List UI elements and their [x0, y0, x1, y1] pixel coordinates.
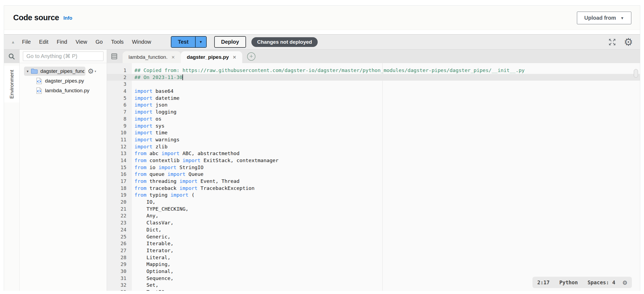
code-text: IO, — [132, 199, 155, 206]
code-line-5[interactable]: 5import datetime — [107, 95, 640, 102]
chevron-down-icon: ▼ — [620, 16, 624, 20]
close-icon[interactable]: ✕ — [171, 55, 175, 60]
tab-label: dagster_pipes.py — [187, 54, 229, 60]
code-text: Literal, — [132, 254, 171, 261]
deploy-button[interactable]: Deploy — [214, 36, 246, 48]
code-line-10[interactable]: 10import time — [107, 129, 640, 136]
menu-window[interactable]: Window — [132, 39, 151, 45]
editor-column: lambda_function. ✕ dagster_pipes.py ✕ + … — [107, 50, 640, 291]
collapse-panel-icon[interactable]: ▲ — [11, 40, 15, 44]
goto-anything-input[interactable] — [23, 52, 103, 61]
close-icon[interactable]: ✕ — [233, 55, 236, 60]
test-button[interactable]: Test — [171, 37, 195, 47]
editor-status-bar: 2:17 Python Spaces: 4 ⚙ — [532, 277, 632, 288]
code-line-22[interactable]: 22 Any, — [107, 212, 640, 219]
code-line-21[interactable]: 21 TYPE_CHECKING, — [107, 206, 640, 213]
settings-gear-icon[interactable]: ⚙ — [624, 37, 633, 47]
code-text: import datetime — [132, 95, 179, 102]
folder-expand-icon[interactable]: ▾ — [27, 69, 29, 73]
code-text: import zlib — [132, 143, 168, 150]
code-line-15[interactable]: 15from io import StringIO — [107, 164, 640, 171]
code-line-2[interactable]: 2## On 2023-11-30 — [107, 74, 640, 81]
editor-settings-gear-icon[interactable]: ⚙ — [623, 279, 627, 286]
line-number: 33 — [107, 289, 132, 291]
code-line-7[interactable]: 7import logging — [107, 108, 640, 115]
new-tab-button[interactable]: + — [247, 52, 255, 61]
tree-file-dagster-pipes[interactable]: dagster_pipes.py — [20, 76, 107, 86]
menu-tools[interactable]: Tools — [111, 39, 124, 45]
page-title: Code source — [13, 13, 59, 22]
code-line-1[interactable]: 1## Copied from: https://raw.githubuserc… — [107, 67, 640, 74]
code-text: TYPE_CHECKING, — [132, 206, 188, 213]
code-line-30[interactable]: 30 Optional, — [107, 268, 640, 275]
menu-view[interactable]: View — [75, 39, 87, 45]
file-tree: ▾ dagster_pipes_funct ⚙ ▾ — [20, 63, 107, 95]
line-number: 23 — [107, 219, 132, 226]
line-number: 15 — [107, 164, 132, 171]
line-number: 17 — [107, 178, 132, 185]
language-mode[interactable]: Python — [559, 279, 578, 285]
upload-from-button[interactable]: Upload from ▼ — [577, 12, 631, 24]
tree-file-lambda-function[interactable]: lambda_function.py — [20, 86, 107, 95]
code-text: from threading import Event, Thread — [132, 178, 240, 185]
code-text: Sequence, — [132, 275, 174, 282]
tree-settings-button[interactable]: ⚙ ▾ — [88, 68, 96, 75]
code-line-23[interactable]: 23 ClassVar, — [107, 219, 640, 226]
line-number: 9 — [107, 122, 132, 129]
code-line-18[interactable]: 18from traceback import TracebackExcepti… — [107, 185, 640, 192]
code-line-6[interactable]: 6import json — [107, 101, 640, 108]
code-line-3[interactable]: 3 — [107, 81, 640, 88]
line-number: 19 — [107, 192, 132, 199]
menu-find[interactable]: Find — [57, 39, 67, 45]
code-line-8[interactable]: 8import os — [107, 115, 640, 122]
code-line-20[interactable]: 20 IO, — [107, 199, 640, 206]
upload-from-label: Upload from — [584, 15, 616, 21]
environment-tab-label: Environment — [9, 70, 15, 99]
code-line-11[interactable]: 11import warnings — [107, 136, 640, 143]
menu-edit[interactable]: Edit — [39, 39, 48, 45]
tree-folder-row[interactable]: ▾ dagster_pipes_funct ⚙ ▾ — [24, 66, 107, 76]
code-line-27[interactable]: 27 Iterator, — [107, 247, 640, 254]
tab-list-button[interactable] — [107, 50, 123, 63]
info-link[interactable]: Info — [63, 15, 72, 21]
vertical-scrollbar-thumb[interactable] — [634, 69, 638, 78]
code-line-24[interactable]: 24 Dict, — [107, 226, 640, 233]
code-text: TextIO, — [132, 289, 168, 291]
code-text — [132, 81, 134, 88]
test-dropdown-button[interactable]: ▼ — [195, 37, 206, 47]
fullscreen-icon[interactable] — [608, 38, 616, 46]
code-line-26[interactable]: 26 Iterable, — [107, 240, 640, 247]
code-editor[interactable]: 1## Copied from: https://raw.githubuserc… — [107, 63, 640, 291]
folder-name: dagster_pipes_funct — [40, 68, 84, 74]
line-number: 13 — [107, 150, 132, 157]
code-line-17[interactable]: 17from threading import Event, Thread — [107, 178, 640, 185]
indent-setting[interactable]: Spaces: 4 — [587, 279, 615, 285]
code-line-16[interactable]: 16from queue import Queue — [107, 171, 640, 178]
menu-go[interactable]: Go — [95, 39, 103, 45]
code-line-28[interactable]: 28 Literal, — [107, 254, 640, 261]
cursor-position[interactable]: 2:17 — [537, 279, 550, 285]
environment-tab[interactable]: Environment — [4, 66, 19, 102]
chevron-down-icon: ▾ — [95, 70, 96, 73]
file-name: lambda_function.py — [45, 88, 89, 94]
code-line-13[interactable]: 13from abc import ABC, abstractmethod — [107, 150, 640, 157]
code-line-4[interactable]: 4import base64 — [107, 88, 640, 95]
tab-list-icon — [111, 53, 119, 60]
code-line-14[interactable]: 14from contextlib import ExitStack, cont… — [107, 157, 640, 164]
search-icon-cell[interactable] — [4, 50, 19, 63]
code-line-9[interactable]: 9import sys — [107, 122, 640, 129]
tab-lambda-function[interactable]: lambda_function. ✕ — [123, 51, 181, 63]
code-text: ClassVar, — [132, 219, 174, 226]
code-line-12[interactable]: 12import zlib — [107, 143, 640, 150]
folder-chip[interactable]: ▾ dagster_pipes_funct — [24, 67, 85, 76]
code-text: Dict, — [132, 226, 161, 233]
code-line-29[interactable]: 29 Mapping, — [107, 261, 640, 268]
code-text: Generic, — [132, 233, 171, 240]
code-line-19[interactable]: 19from typing import ( — [107, 192, 640, 199]
code-line-33[interactable]: 33 TextIO, — [107, 289, 640, 291]
tab-dagster-pipes[interactable]: dagster_pipes.py ✕ — [181, 51, 242, 63]
editor-menubar: ▲ File Edit Find View Go Tools Window Te… — [4, 34, 640, 50]
line-number: 30 — [107, 268, 132, 275]
code-line-25[interactable]: 25 Generic, — [107, 233, 640, 240]
menu-file[interactable]: File — [22, 39, 31, 45]
